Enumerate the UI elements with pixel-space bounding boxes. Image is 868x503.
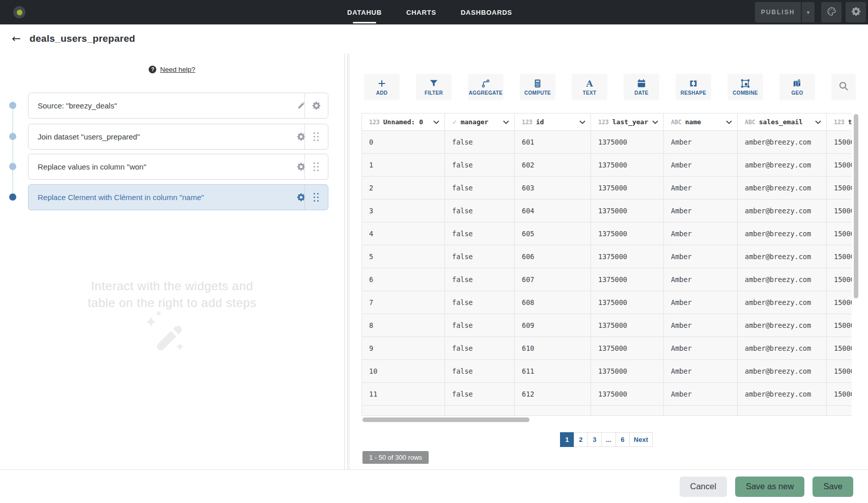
table-cell[interactable]: false	[445, 222, 515, 245]
publish-button[interactable]: PUBLISH	[755, 2, 801, 22]
table-cell[interactable]: 1375000	[591, 268, 664, 291]
save-button[interactable]: Save	[813, 477, 853, 497]
table-cell[interactable]: 1375000	[591, 222, 664, 245]
table-cell[interactable]: false	[445, 154, 515, 177]
table-cell[interactable]: 3	[362, 200, 445, 222]
drag-handle-icon[interactable]	[309, 124, 324, 149]
chevron-down-icon[interactable]	[579, 120, 585, 124]
text-button[interactable]: A TEXT	[572, 74, 607, 100]
page-button-1[interactable]: 1	[560, 432, 574, 447]
settings-button[interactable]	[846, 2, 866, 22]
table-cell[interactable]: 150000	[827, 291, 852, 314]
table-cell[interactable]: false	[445, 177, 515, 200]
table-cell[interactable]: amber@breezy.com	[738, 268, 827, 291]
table-cell[interactable]: Amber	[664, 314, 738, 337]
table-cell[interactable]: 1375000	[591, 383, 664, 406]
table-cell[interactable]: 1375000	[591, 177, 664, 200]
column-header-unnamed-0[interactable]: 123 Unnamed: 0	[362, 114, 445, 131]
table-cell[interactable]: 150000	[827, 245, 852, 268]
table-cell[interactable]: Amber	[664, 222, 738, 245]
table-cell[interactable]: 609	[515, 314, 591, 337]
step-settings-gear-icon[interactable]	[293, 124, 309, 149]
combine-button[interactable]: COMBINE	[727, 74, 763, 100]
table-cell[interactable]: amber@breezy.com	[738, 200, 827, 222]
table-cell[interactable]: 1375000	[591, 291, 664, 314]
table-cell[interactable]: Amber	[664, 291, 738, 314]
step-settings-gear-icon[interactable]	[293, 185, 309, 210]
table-cell[interactable]: Amber	[664, 337, 738, 360]
column-header-manager[interactable]: ✓ manager	[445, 114, 515, 131]
chevron-down-icon[interactable]	[503, 120, 509, 124]
table-cell[interactable]: 150000	[827, 314, 852, 337]
step-replace-clement[interactable]: Replace Clement with Clément in column "…	[28, 184, 328, 210]
column-header-clipped[interactable]: 123 ta	[827, 114, 852, 131]
table-cell[interactable]: 4	[362, 222, 445, 245]
table-cell[interactable]: 611	[515, 360, 591, 383]
table-cell[interactable]: 607	[515, 268, 591, 291]
table-cell[interactable]: 1375000	[591, 131, 664, 154]
table-cell[interactable]: 150000	[827, 154, 852, 177]
page-button-3[interactable]: 3	[587, 432, 602, 447]
table-cell[interactable]: 150000	[827, 177, 852, 200]
vertical-scrollbar[interactable]	[854, 114, 858, 298]
table-cell[interactable]: 2	[362, 177, 445, 200]
table-cell[interactable]: 1375000	[591, 200, 664, 222]
table-cell[interactable]: Amber	[664, 360, 738, 383]
table-cell[interactable]: false	[445, 291, 515, 314]
save-as-new-button[interactable]: Save as new	[735, 477, 804, 497]
table-cell[interactable]: 610	[515, 337, 591, 360]
column-header-sales-email[interactable]: ABC sales_email	[738, 114, 827, 131]
table-cell[interactable]: 150000	[827, 131, 852, 154]
table-search-button[interactable]	[831, 74, 856, 100]
table-cell[interactable]: amber@breezy.com	[738, 222, 827, 245]
table-cell[interactable]: 6	[362, 268, 445, 291]
table-cell[interactable]: false	[445, 383, 515, 406]
date-button[interactable]: DATE	[624, 74, 659, 100]
drag-handle-icon[interactable]	[309, 185, 324, 210]
table-cell[interactable]: 1375000	[591, 154, 664, 177]
table-cell[interactable]: 1375000	[591, 245, 664, 268]
table-cell[interactable]: false	[445, 360, 515, 383]
table-cell[interactable]: amber@breezy.com	[738, 291, 827, 314]
table-cell[interactable]: 7	[362, 291, 445, 314]
publish-dropdown-caret[interactable]: ▾	[801, 2, 815, 22]
table-cell[interactable]: amber@breezy.com	[738, 245, 827, 268]
page-button-next[interactable]: Next	[629, 432, 653, 447]
column-header-id[interactable]: 123 id	[515, 114, 591, 131]
table-cell[interactable]: false	[445, 245, 515, 268]
table-cell[interactable]: 612	[515, 383, 591, 406]
table-cell[interactable]: 603	[515, 177, 591, 200]
table-cell[interactable]: Amber	[664, 383, 738, 406]
table-cell[interactable]: 150000	[827, 222, 852, 245]
tab-dashboards[interactable]: DASHBOARDS	[461, 0, 512, 24]
table-cell[interactable]: 11	[362, 383, 445, 406]
table-cell[interactable]: 1	[362, 154, 445, 177]
table-cell[interactable]: Amber	[664, 154, 738, 177]
table-cell[interactable]: 604	[515, 200, 591, 222]
chevron-down-icon[interactable]	[726, 120, 732, 124]
page-button-2[interactable]: 2	[574, 432, 588, 447]
table-cell[interactable]: amber@breezy.com	[738, 131, 827, 154]
table-cell[interactable]: Amber	[664, 131, 738, 154]
page-button-6[interactable]: 6	[615, 432, 630, 447]
table-cell[interactable]: 10	[362, 360, 445, 383]
table-cell[interactable]: false	[445, 268, 515, 291]
chevron-down-icon[interactable]	[815, 120, 821, 124]
edit-pencil-icon[interactable]	[293, 93, 309, 118]
table-cell[interactable]: 150000	[827, 383, 852, 406]
column-header-name[interactable]: ABC name	[664, 114, 738, 131]
table-cell[interactable]: Amber	[664, 245, 738, 268]
step-source[interactable]: Source: "breezy_deals"	[28, 93, 328, 119]
cancel-button[interactable]: Cancel	[680, 477, 727, 497]
table-cell[interactable]: false	[445, 200, 515, 222]
table-cell[interactable]: Amber	[664, 177, 738, 200]
tab-datahub[interactable]: DATAHUB	[347, 0, 382, 24]
table-cell[interactable]: 150000	[827, 360, 852, 383]
add-button[interactable]: ADD	[364, 74, 400, 100]
table-cell[interactable]: false	[445, 337, 515, 360]
column-header-last-year[interactable]: 123 last_year	[591, 114, 664, 131]
reshape-button[interactable]: RESHAPE	[676, 74, 711, 100]
geo-button[interactable]: GEO	[779, 74, 815, 100]
filter-button[interactable]: FILTER	[416, 74, 452, 100]
table-cell[interactable]: 1375000	[591, 314, 664, 337]
